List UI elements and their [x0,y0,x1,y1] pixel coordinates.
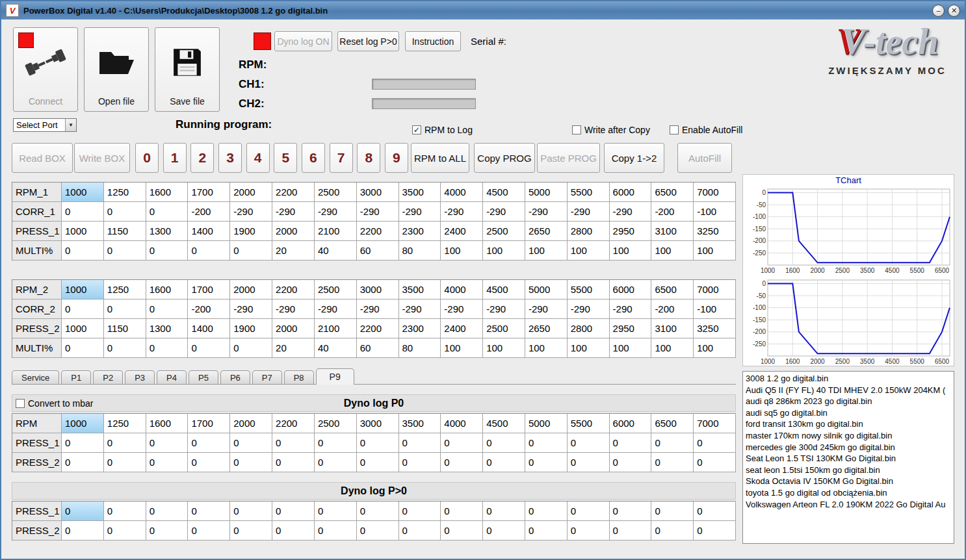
table-cell[interactable]: -100 [694,202,736,222]
table-cell[interactable]: -290 [399,299,441,319]
table-cell[interactable]: 0 [610,521,652,541]
table-cell[interactable]: 1700 [188,183,230,202]
table-cell[interactable]: 0 [188,521,230,541]
table-cell[interactable]: -200 [651,299,694,319]
table-cell[interactable]: 3000 [357,280,399,299]
table-cell[interactable]: 2800 [568,222,610,241]
table-cell[interactable]: 100 [441,338,483,358]
table-cell[interactable]: 4500 [483,414,525,433]
table-cell[interactable]: 0 [441,502,483,521]
table-cell[interactable]: -200 [188,299,230,319]
table-cell[interactable]: 0 [230,241,272,261]
enable-autofill-checkbox[interactable]: Enable AutoFill [670,125,742,135]
table-cell[interactable]: 100 [651,241,694,261]
tab-p6[interactable]: P6 [220,370,250,384]
digit-button-3[interactable]: 3 [218,143,242,173]
table-cell[interactable]: 0 [483,453,525,472]
table-cell[interactable]: 0 [188,453,230,472]
table-cell[interactable]: 100 [441,241,483,261]
digit-button-5[interactable]: 5 [274,143,297,173]
table-cell[interactable]: 0 [272,521,315,541]
table-cell[interactable]: 0 [694,433,736,453]
checkbox-box[interactable] [670,125,679,134]
table-cell[interactable]: 2000 [272,319,315,338]
table-cell[interactable]: 0 [62,502,104,521]
table-cell[interactable]: 0 [146,453,189,472]
tab-p9[interactable]: P9 [316,368,354,385]
table-cell[interactable]: 7000 [694,414,736,433]
table-cell[interactable]: 0 [694,521,736,541]
table-cell[interactable]: 1700 [188,414,230,433]
table-cell[interactable]: 80 [399,338,441,358]
file-list-item[interactable]: master 170km nowy silnik go digital.bin [743,430,954,442]
connect-button[interactable]: Connect [13,27,78,112]
table-cell[interactable]: 2650 [525,222,568,241]
table-cell[interactable]: 100 [694,338,736,358]
table-cell[interactable]: 0 [104,202,146,222]
table-cell[interactable]: 2300 [399,222,441,241]
table-cell[interactable]: -290 [272,299,315,319]
table-cell[interactable]: 1000 [62,319,104,338]
table-cell[interactable]: 6000 [610,414,652,433]
tab-p7[interactable]: P7 [252,370,282,384]
tab-p3[interactable]: P3 [125,370,155,384]
table-cell[interactable]: 5500 [568,183,610,202]
table-cell[interactable]: 0 [568,521,610,541]
file-list-item[interactable]: Skoda Octavia IV 150KM Go Digital.bin [743,476,954,487]
table-cell[interactable]: 60 [357,338,399,358]
table-cell[interactable]: 0 [357,433,399,453]
table-cell[interactable]: 1400 [188,222,230,241]
table-cell[interactable]: 0 [483,521,525,541]
table-cell[interactable]: -290 [357,202,399,222]
table-cell[interactable]: 4500 [483,280,525,299]
table-cell[interactable]: -290 [230,202,272,222]
file-list[interactable]: 3008 1.2 go digital.binAudi Q5 II (FY FL… [742,371,954,544]
table-cell[interactable]: 2200 [357,319,399,338]
table-cell[interactable]: 0 [230,521,272,541]
table-cell[interactable]: -100 [694,299,736,319]
digit-button-6[interactable]: 6 [302,143,325,173]
table-cell[interactable]: 0 [188,338,230,358]
table-cell[interactable]: 0 [357,521,399,541]
copy-1-to-2-button[interactable]: Copy 1->2 [604,143,664,173]
table-cell[interactable]: 0 [188,502,230,521]
table-cell[interactable]: 1150 [104,222,146,241]
table-cell[interactable]: 0 [146,241,189,261]
table-cell[interactable]: 0 [272,502,315,521]
table-cell[interactable]: -290 [568,202,610,222]
table-cell[interactable]: 0 [230,433,272,453]
table-cell[interactable]: 3250 [694,222,736,241]
chevron-down-icon[interactable]: ▼ [65,119,76,131]
table-cell[interactable]: 4500 [483,183,525,202]
table-cell[interactable]: 0 [104,433,146,453]
table-cell[interactable]: 0 [146,338,189,358]
rpm-to-log-checkbox[interactable]: ✓ RPM to Log [412,125,473,135]
table-cell[interactable]: 0 [441,521,483,541]
table-cell[interactable]: 0 [610,502,652,521]
table-cell[interactable]: 0 [357,502,399,521]
table-cell[interactable]: 100 [694,241,736,261]
table-cell[interactable]: 0 [399,502,441,521]
table-cell[interactable]: -290 [610,202,652,222]
table-cell[interactable]: 0 [104,338,146,358]
table-cell[interactable]: 3500 [399,280,441,299]
table-cell[interactable]: 0 [441,433,483,453]
digit-button-0[interactable]: 0 [135,143,159,173]
table-cell[interactable]: 0 [568,453,610,472]
table-cell[interactable]: 0 [610,433,652,453]
table-cell[interactable]: 60 [357,241,399,261]
table-cell[interactable]: 1900 [230,222,272,241]
table-cell[interactable]: 0 [146,433,189,453]
table-cell[interactable]: 2500 [315,414,357,433]
table-cell[interactable]: 0 [188,241,230,261]
checkbox-box[interactable]: ✓ [412,125,421,134]
table-cell[interactable]: -290 [315,299,357,319]
table-cell[interactable]: 2800 [568,319,610,338]
table-cell[interactable]: 100 [651,338,694,358]
tab-service[interactable]: Service [12,370,59,384]
table-cell[interactable]: -290 [610,299,652,319]
table-cell[interactable]: 2500 [483,222,525,241]
write-after-copy-checkbox[interactable]: Write after Copy [572,125,650,135]
table-cell[interactable]: 0 [610,453,652,472]
table-cell[interactable]: 0 [272,433,315,453]
